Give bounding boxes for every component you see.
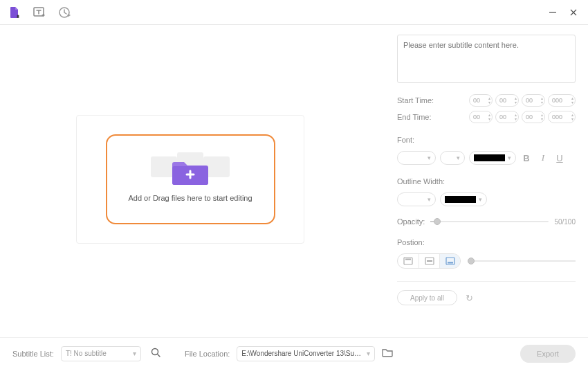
outline-label: Outline Width:: [397, 177, 576, 186]
end-time-label: End Time:: [397, 113, 459, 121]
minimize-button[interactable]: [545, 5, 560, 20]
underline-button[interactable]: U: [553, 152, 566, 164]
font-color-select[interactable]: [469, 151, 516, 165]
position-middle-button[interactable]: [419, 254, 439, 268]
start-time-label: Start Time:: [397, 96, 459, 105]
apply-to-all-button[interactable]: Apply to all: [397, 290, 457, 305]
search-icon[interactable]: [151, 348, 161, 360]
end-time-row: End Time: 00▴▾ 00▴▾ 00▴▾ 000▴▾: [397, 111, 576, 123]
close-button[interactable]: [566, 5, 581, 20]
position-top-button[interactable]: [398, 254, 419, 268]
subtitle-list-select[interactable]: T! No subtitle: [61, 346, 141, 361]
svg-rect-8: [427, 260, 432, 262]
main-area: Add or Drag files here to start editing …: [0, 25, 588, 336]
position-slider[interactable]: [468, 260, 576, 262]
svg-point-11: [151, 348, 158, 354]
settings-panel: Start Time: 00▴▾ 00▴▾ 00▴▾ 000▴▾ End Tim…: [387, 25, 588, 336]
apply-row: Apply to all ↻: [397, 290, 576, 305]
folder-plus-icon: [172, 156, 209, 186]
italic-button[interactable]: I: [537, 152, 549, 164]
start-sec-input[interactable]: 00▴▾: [522, 94, 545, 107]
window-controls: [545, 5, 581, 20]
start-min-input[interactable]: 00▴▾: [495, 94, 519, 107]
bold-button[interactable]: B: [520, 152, 533, 164]
end-min-input[interactable]: 00▴▾: [495, 111, 519, 123]
svg-rect-6: [405, 259, 411, 260]
dropzone-text: Add or Drag files here to start editing: [128, 194, 252, 202]
position-group: [397, 253, 461, 269]
opacity-row: Opacity: 50/100: [397, 217, 576, 226]
opacity-label: Opacity:: [397, 217, 425, 226]
add-text-icon[interactable]: [32, 5, 47, 20]
start-ms-input[interactable]: 000▴▾: [548, 94, 576, 107]
position-label: Postion:: [397, 238, 576, 246]
outline-color-select[interactable]: [440, 192, 487, 206]
outline-width-select[interactable]: [397, 192, 436, 206]
file-location-label: File Location:: [185, 350, 230, 358]
font-label: Font:: [397, 136, 576, 144]
preview-panel: Add or Drag files here to start editing: [0, 25, 387, 336]
opacity-thumb[interactable]: [434, 218, 441, 225]
refresh-icon[interactable]: ↻: [466, 293, 473, 303]
opacity-slider[interactable]: [430, 221, 549, 222]
file-location-select[interactable]: E:\Wondershare UniConverter 13\SubEd: [237, 346, 375, 361]
add-file-icon[interactable]: [7, 5, 22, 20]
divider: [397, 281, 576, 282]
end-hour-input[interactable]: 00▴▾: [469, 111, 493, 123]
font-size-select[interactable]: [440, 151, 465, 165]
start-time-row: Start Time: 00▴▾ 00▴▾ 00▴▾ 000▴▾: [397, 94, 576, 107]
svg-rect-10: [448, 262, 453, 264]
open-folder-icon[interactable]: [382, 348, 393, 359]
bottom-bar: Subtitle List: T! No subtitle File Locat…: [0, 337, 588, 369]
subtitle-list-label: Subtitle List:: [12, 350, 54, 358]
outline-row: [397, 192, 576, 206]
end-sec-input[interactable]: 00▴▾: [522, 111, 545, 123]
position-thumb[interactable]: [468, 258, 475, 264]
history-icon[interactable]: [57, 5, 72, 20]
dropzone[interactable]: Add or Drag files here to start editing: [106, 134, 275, 224]
topbar: [0, 0, 588, 25]
font-row: B I U: [397, 151, 576, 165]
opacity-value: 50/100: [554, 218, 576, 226]
subtitle-textarea[interactable]: [397, 35, 576, 83]
topbar-left: [7, 5, 72, 20]
font-family-select[interactable]: [397, 151, 436, 165]
position-bottom-button[interactable]: [439, 254, 460, 268]
end-ms-input[interactable]: 000▴▾: [548, 111, 576, 123]
position-row: [397, 253, 576, 269]
dropzone-outer: Add or Drag files here to start editing: [76, 115, 304, 244]
export-button[interactable]: Export: [520, 345, 576, 363]
start-hour-input[interactable]: 00▴▾: [469, 94, 493, 107]
